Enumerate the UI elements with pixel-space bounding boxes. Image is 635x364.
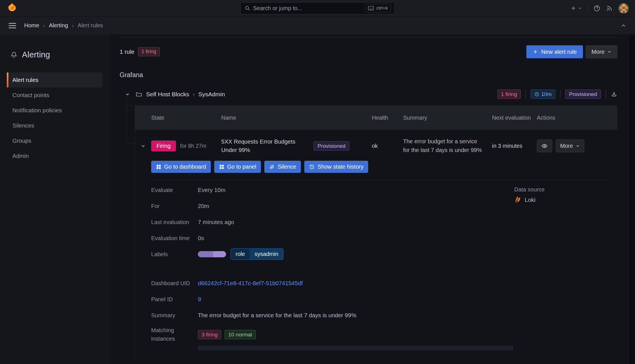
group-firing-badge: 1 firing <box>497 90 521 99</box>
group-separator: › <box>193 91 195 97</box>
loki-logo-icon <box>514 196 522 204</box>
sidebar-item-admin[interactable]: Admin <box>7 148 102 164</box>
label-badge: role sysadmin <box>231 248 283 260</box>
group-folder-link[interactable]: Self Host Blocks <box>146 91 189 98</box>
summary-label: Summary <box>151 311 198 320</box>
sidebar-nav: Alert rules Contact points Notification … <box>7 72 102 164</box>
help-button[interactable] <box>593 5 600 12</box>
breadcrumb-bar: Home › Alerting › Alert rules <box>0 17 635 34</box>
chevron-down-icon <box>607 50 612 54</box>
column-header-summary: Summary <box>403 114 492 122</box>
label-value: sysadmin <box>250 249 283 260</box>
labels-label: Labels <box>151 250 198 258</box>
matching-firing-badge: 3 firing <box>198 330 221 339</box>
group-divider <box>526 90 526 99</box>
rule-health: ok <box>372 143 403 149</box>
silence-button[interactable]: Silence <box>264 161 301 173</box>
sidebar-item-notification-policies[interactable]: Notification policies <box>7 103 102 118</box>
history-icon <box>309 164 315 170</box>
show-state-history-button[interactable]: Show state history <box>304 161 368 173</box>
eye-icon <box>541 143 548 149</box>
search-shortcut: ctrl+k <box>365 4 391 12</box>
sidebar-item-alert-rules[interactable]: Alert rules <box>7 72 102 88</box>
chevron-down-icon <box>578 6 582 10</box>
user-avatar[interactable] <box>618 3 629 14</box>
breadcrumb-home[interactable]: Home <box>24 22 39 29</box>
group-divider <box>606 90 606 99</box>
column-header-health: Health <box>372 114 403 122</box>
more-label: More <box>591 48 605 55</box>
matching-instances-label: Matching instances <box>151 326 198 343</box>
global-search[interactable]: ctrl+k <box>240 2 395 14</box>
details-divider <box>151 179 607 180</box>
breadcrumb-current: Alert rules <box>78 22 103 29</box>
panel-id-link[interactable]: 9 <box>198 296 201 303</box>
new-alert-rule-label: New alert rule <box>541 48 577 55</box>
dashboard-grid-icon <box>156 164 161 169</box>
sidebar-title-label: Alerting <box>22 50 50 59</box>
new-alert-rule-button[interactable]: New alert rule <box>526 45 583 58</box>
evaluation-time-label: Evaluation time <box>151 234 198 242</box>
go-to-panel-button[interactable]: Go to panel <box>214 161 261 173</box>
scrollbar[interactable] <box>629 34 635 364</box>
folder-icon <box>135 91 142 98</box>
go-to-dashboard-button[interactable]: Go to dashboard <box>151 161 211 173</box>
matching-normal-badge: 10 normal <box>225 330 256 339</box>
for-label: For <box>151 202 198 210</box>
rules-table: State Name Health Summary Next evaluatio… <box>135 106 617 356</box>
rule-group-row: Self Host Blocks › SysAdmin 1 firing 10m… <box>125 90 617 106</box>
collapse-header-button[interactable] <box>620 23 627 29</box>
datasource-label: Data source <box>514 186 607 193</box>
rule-more-label: More <box>560 143 573 149</box>
sidebar-item-contact-points[interactable]: Contact points <box>7 88 102 103</box>
group-collapse-chevron-icon[interactable] <box>125 92 130 97</box>
breadcrumb-separator: › <box>43 23 45 29</box>
search-input[interactable] <box>253 5 362 12</box>
menu-toggle-button[interactable] <box>8 23 16 29</box>
plus-icon <box>570 5 576 11</box>
rule-provisioned-badge: Provisioned <box>314 141 349 151</box>
group-name-link[interactable]: SysAdmin <box>198 91 225 98</box>
view-rule-button[interactable] <box>537 139 552 152</box>
for-value: 20m <box>198 203 209 209</box>
table-row: Firing for 8h 27m 5XX Requests Error Bud… <box>135 130 617 157</box>
rule-count: 1 rule <box>120 48 135 55</box>
group-indent-guide <box>127 97 135 143</box>
export-icon[interactable] <box>611 91 617 97</box>
news-rss-button[interactable] <box>606 5 613 12</box>
breadcrumb-separator: › <box>72 23 74 29</box>
sidebar-title: Alerting <box>10 50 102 59</box>
dashboard-uid-label: Dashboard UID <box>151 279 198 287</box>
datasource-name[interactable]: Loki <box>525 196 536 203</box>
more-button[interactable]: More <box>586 45 617 58</box>
column-header-next-evaluation: Next evaluation <box>492 114 537 122</box>
chevron-down-icon <box>576 144 580 148</box>
new-menu-button[interactable] <box>570 5 582 11</box>
panel-id-label: Panel ID <box>151 295 198 303</box>
evaluate-value: Every 10m <box>198 187 225 193</box>
breadcrumb-alerting[interactable]: Alerting <box>49 22 68 29</box>
go-to-dashboard-label: Go to dashboard <box>164 164 206 170</box>
dashboard-uid-link[interactable]: d66242cf-71e8-417c-8ef7-51b0741545df <box>198 280 303 287</box>
last-evaluation-label: Last evaluation <box>151 218 198 226</box>
bell-icon <box>10 51 18 59</box>
row-collapse-chevron-icon[interactable] <box>135 143 151 149</box>
content-divider <box>120 37 617 38</box>
sidebar-item-groups[interactable]: Groups <box>7 133 102 148</box>
main-content: 1 rule 1 firing New alert rule More Graf… <box>109 34 635 364</box>
label-key: role <box>231 249 250 260</box>
rule-more-button[interactable]: More <box>556 139 584 152</box>
grafana-logo-icon[interactable] <box>6 2 18 14</box>
group-interval-badge: 10m <box>531 90 555 99</box>
panel-grid-icon <box>219 164 224 169</box>
sidebar-item-silences[interactable]: Silences <box>7 118 102 133</box>
label-color-pill[interactable] <box>198 251 226 257</box>
breadcrumb: Home › Alerting › Alert rules <box>24 22 103 29</box>
bell-slash-icon <box>269 164 275 170</box>
state-badge: Firing <box>151 140 176 151</box>
rule-name-link[interactable]: 5XX Requests Error Budgets Under 99% <box>221 137 308 154</box>
group-divider <box>560 90 560 99</box>
rule-summary: The error budget for a service for the l… <box>403 137 492 155</box>
show-state-history-label: Show state history <box>318 164 363 170</box>
group-provisioned-badge: Provisioned <box>565 90 601 99</box>
